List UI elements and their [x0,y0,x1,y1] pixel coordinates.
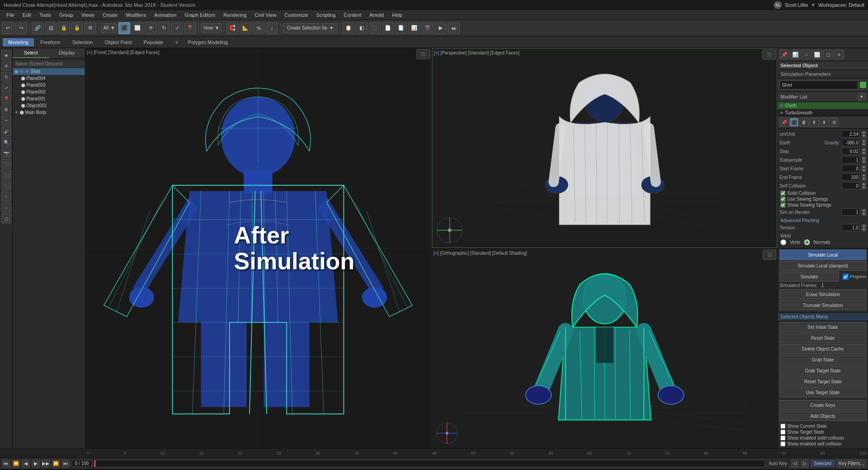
sim-step-value[interactable] [842,148,860,155]
spin-start-up[interactable]: ▲ [862,165,866,168]
spin-gravity-up[interactable]: ▲ [862,139,866,143]
panel-pin-icon[interactable]: 📌 [780,118,789,127]
cb-use-sewing[interactable] [780,197,785,202]
tab-modeling[interactable]: Modeling [3,38,34,46]
lp-tab-display[interactable]: Display [49,48,85,58]
timeline-nav-prev[interactable]: ⏪ [12,460,20,468]
modifier-list-dropdown[interactable]: ▼ [858,93,865,100]
menu-file[interactable]: File [3,11,18,19]
menu-help[interactable]: Help [388,11,406,19]
left-icon-create[interactable]: + [1,115,11,125]
spin-selfcol-down[interactable]: ▼ [862,186,866,189]
tree-item-plane004[interactable]: Plane004 [13,75,85,82]
viewport-front[interactable]: [+] [Front] [Standard] [Edged Faces] ⬛ [85,48,431,448]
spin-start-down[interactable]: ▼ [862,169,866,172]
left-icon-misc3[interactable]: ⬛ [1,181,11,191]
left-icon-zoom[interactable]: 🔍 [1,137,11,147]
bind-btn[interactable]: 🔒 [58,22,70,34]
timeline-nav-play[interactable]: ▶ [32,460,40,468]
unbind-btn[interactable]: 🔓 [71,22,83,34]
timeline-nav-next[interactable]: ⏩ [52,460,60,468]
eye-icon-mainbody[interactable]: 👁 [15,110,19,115]
spin-step-down[interactable]: ▼ [862,152,866,155]
left-icon-manip[interactable]: ⚙ [1,104,11,114]
rp-icon-pin[interactable]: 📌 [780,49,790,59]
left-icon-misc[interactable]: ⬛ [1,159,11,169]
move-btn[interactable]: ✛ [145,22,157,34]
delete-object-cache-btn[interactable]: Delete Object Cache [780,344,866,354]
tree-item-shirt[interactable]: 👁 ▼ Shirt [13,68,85,75]
tree-item-plane001[interactable]: Plane001 [13,95,85,102]
key-next-btn[interactable]: ▷ [801,460,809,468]
spin-cmunit-down[interactable]: ▼ [862,134,866,138]
mirror-btn[interactable]: ◧ [356,22,368,34]
sim-gravity-value[interactable] [842,139,860,146]
menu-rendering[interactable]: Rendering [220,11,250,19]
redo-btn[interactable]: ↪ [15,22,27,34]
menu-views[interactable]: Views [78,11,98,19]
lp-tab-select[interactable]: Select [13,48,49,58]
rp-icon-graph[interactable]: 📊 [790,49,800,59]
timeline-nav-play-fwd[interactable]: ▶▶ [42,460,50,468]
left-icon-scale[interactable]: ⤢ [1,83,11,93]
menu-animation[interactable]: Animation [151,11,180,19]
object-name-field[interactable] [780,80,858,89]
spin-selfcol-up[interactable]: ▲ [862,183,866,186]
eye-icon-shirt[interactable]: 👁 [20,69,24,74]
tab-populate[interactable]: Populate [138,38,168,46]
left-icon-arrow[interactable]: ↑ [1,192,11,202]
cb-solid-collision[interactable] [780,191,785,196]
vp-front-corner-btn[interactable]: ⬛ [417,49,430,59]
menu-tools[interactable]: Tools [36,11,55,19]
spin-step-up[interactable]: ▲ [862,148,866,151]
grab-state-btn[interactable]: Grab State [780,355,866,365]
left-icon-arrow2[interactable]: ↓ [1,203,11,213]
left-icon-select[interactable]: ◈ [1,50,11,60]
panel-active-icon[interactable]: ⬛ [790,118,799,127]
cb-show-solid[interactable] [780,435,785,440]
spinner-snap-btn[interactable]: ↕ [266,22,278,34]
reset-state-btn[interactable]: Reset State [780,333,866,343]
unlink-btn[interactable]: ⛓ [45,22,57,34]
select-and-place-btn[interactable]: 📍 [184,22,196,34]
spin-gravity-down[interactable]: ▼ [862,143,866,146]
rp-icon-camera[interactable]: ◻ [823,49,833,59]
rp-icon-more[interactable]: ≡ [834,49,844,59]
timeline-nav-start[interactable]: ⏮ [2,460,10,468]
viewport-perspective[interactable]: [+] [Perspective] [Standard] [Edged Face… [432,48,778,248]
tree-item-plane003[interactable]: Plane003 [13,82,85,89]
workspace-dropdown[interactable]: ▼ [811,2,816,8]
menu-graph-editors[interactable]: Graph Editors [181,11,219,19]
tree-item-object001[interactable]: Object001 [13,102,85,109]
panel-trash-icon[interactable]: 🗑 [799,118,809,127]
angle-snap-btn[interactable]: 📐 [240,22,251,34]
sim-start-value[interactable] [842,165,860,172]
mod-item-turbosmooth[interactable]: 👁 TurboSmooth [778,109,868,116]
sim-selfcol-value[interactable] [842,182,860,189]
select-region-btn[interactable]: ⬜ [132,22,143,34]
panel-cfg-icon[interactable]: ⚙ [829,118,839,127]
spin-tension-up[interactable]: ▲ [862,224,866,228]
tab-freeform[interactable]: Freeform [35,38,66,46]
sim-on-render-value[interactable] [842,208,860,216]
sim-subsample-value[interactable] [842,156,860,163]
cb-show-target[interactable] [780,430,785,435]
spin-end-down[interactable]: ▼ [862,178,866,181]
cb-show-sewing[interactable] [780,203,785,208]
tree-item-plane002[interactable]: Plane002 [13,89,85,95]
snap-toggle-btn[interactable]: 🧲 [226,22,238,34]
view-dropdown[interactable]: View ▼ [201,23,221,33]
simulate-btn[interactable]: Simulate [780,272,839,282]
left-icon-box[interactable]: ◻ [1,213,11,223]
menu-group[interactable]: Group [55,11,77,19]
menu-civil-view[interactable]: Civil View [251,11,280,19]
mod-eye-turbosmooth[interactable]: 👁 [780,111,784,115]
menu-scripting[interactable]: Scripting [313,11,339,19]
graph-view-btn[interactable]: 📊 [408,22,420,34]
color-swatch[interactable] [860,82,866,88]
timeline-nav-play-back[interactable]: ◀ [22,460,30,468]
radio-verts[interactable] [780,239,786,245]
truncate-simulation-btn[interactable]: Truncate Simulation [780,300,866,310]
spin-subsample-up[interactable]: ▲ [862,157,866,160]
erase-simulation-btn[interactable]: Erase Simulation [780,289,866,299]
